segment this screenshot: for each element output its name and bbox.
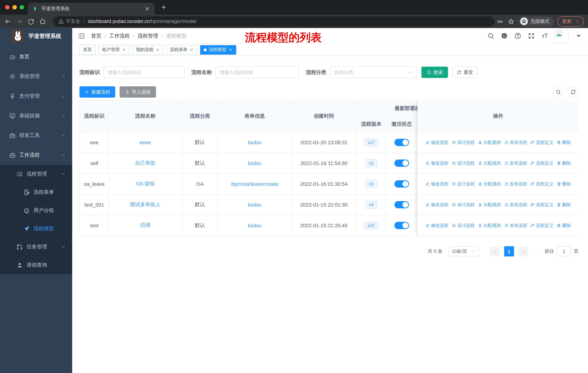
page-number-1[interactable]: 1	[504, 246, 514, 256]
action-assign-link[interactable]: 分配规则	[478, 160, 501, 166]
form-info-link[interactable]: biubiu	[248, 222, 262, 228]
sidebar-item-process-model[interactable]: 流程模型	[0, 220, 72, 238]
form-info-link[interactable]: /bpm/oa/leave/create	[231, 181, 279, 187]
action-publish-link[interactable]: 发布流程	[504, 139, 527, 146]
action-paperclip-link[interactable]: 流程定义	[530, 160, 553, 166]
browser-tab[interactable]: 芋道管理系统	[28, 2, 155, 15]
action-edit-link[interactable]: 修改流程	[425, 202, 448, 208]
action-assign-link[interactable]: 分配规则	[478, 181, 501, 187]
sidebar-item-payment[interactable]: 支付管理	[0, 86, 72, 106]
bookmark-star-icon[interactable]	[508, 18, 514, 25]
action-paperclip-link[interactable]: 流程定义	[530, 202, 553, 208]
view-tag[interactable]: 租户管理	[98, 45, 129, 54]
breadcrumb-item[interactable]: 工作流程	[109, 33, 130, 39]
sidebar-item-devtools[interactable]: 研发工具	[0, 126, 72, 145]
help-icon[interactable]	[514, 32, 521, 39]
import-process-button[interactable]: 导入流程	[120, 86, 156, 98]
tag-close-icon[interactable]	[156, 48, 160, 52]
avatar[interactable]	[555, 29, 569, 42]
security-label[interactable]: 不安全	[66, 18, 80, 25]
search-button[interactable]: 搜索	[421, 67, 448, 78]
logo-row[interactable]: 芋道管理系统	[0, 28, 72, 44]
minimize-window-button[interactable]	[12, 5, 17, 10]
process-name-link[interactable]: 测试多审批人	[130, 202, 161, 207]
forward-icon[interactable]	[16, 18, 23, 25]
sidebar-item-process-form[interactable]: 流程表单	[0, 183, 72, 202]
action-publish-link[interactable]: 发布流程	[504, 222, 527, 229]
tag-close-icon[interactable]	[122, 48, 126, 52]
action-design-link[interactable]: 设计流程	[452, 181, 475, 187]
next-page-button[interactable]	[518, 246, 528, 256]
action-paperclip-link[interactable]: 流程定义	[530, 222, 553, 229]
action-paperclip-link[interactable]: 流程定义	[530, 181, 553, 187]
category-select[interactable]: 流程分类	[330, 66, 417, 78]
close-window-button[interactable]	[5, 5, 10, 10]
collapse-menu-icon[interactable]	[78, 32, 85, 40]
action-edit-link[interactable]: 修改流程	[425, 181, 448, 187]
action-design-link[interactable]: 设计流程	[452, 139, 475, 146]
action-assign-link[interactable]: 分配规则	[478, 202, 501, 208]
active-toggle[interactable]	[394, 222, 409, 229]
zoom-window-button[interactable]	[20, 5, 24, 10]
prev-page-button[interactable]	[490, 246, 500, 256]
back-icon[interactable]	[4, 18, 11, 25]
update-button[interactable]: 更新	[557, 16, 584, 26]
process-name-link[interactable]: OA 请假	[136, 181, 155, 186]
action-design-link[interactable]: 设计流程	[452, 222, 475, 229]
goto-page-input[interactable]	[557, 246, 571, 256]
sidebar-item-task-mgmt[interactable]: 任务管理	[0, 238, 72, 256]
view-tag[interactable]: 我的流程	[132, 45, 163, 54]
form-info-link[interactable]: biubiu	[248, 202, 262, 208]
action-design-link[interactable]: 设计流程	[452, 160, 475, 166]
action-publish-link[interactable]: 发布流程	[504, 202, 527, 208]
font-size-icon[interactable]	[541, 32, 548, 39]
action-design-link[interactable]: 设计流程	[452, 202, 475, 208]
action-edit-link[interactable]: 修改流程	[425, 222, 448, 229]
sidebar-item-user-group[interactable]: 用户分组	[0, 202, 72, 220]
fullscreen-icon[interactable]	[528, 32, 535, 39]
sidebar-item-home[interactable]: 首页	[0, 47, 72, 67]
tag-close-icon[interactable]	[229, 48, 232, 52]
key-icon[interactable]	[497, 18, 504, 25]
action-trash-link[interactable]: 删除	[557, 222, 571, 229]
action-trash-link[interactable]: 删除	[557, 139, 571, 146]
form-info-link[interactable]: biubiu	[248, 140, 262, 145]
sidebar-item-system[interactable]: 系统管理	[0, 67, 72, 86]
sidebar-item-leave-query[interactable]: 请假查询	[0, 256, 72, 274]
address-bar[interactable]: 不安全 dashboard.yudao.iocoder.cn /bpm/mana…	[53, 16, 495, 26]
reset-button[interactable]: 重置	[452, 67, 477, 78]
create-process-button[interactable]: 新建流程	[79, 86, 115, 98]
process-name-input[interactable]	[220, 70, 294, 75]
menu-dots-icon[interactable]	[575, 19, 580, 24]
action-trash-link[interactable]: 删除	[557, 202, 571, 208]
form-info-link[interactable]: biubiu	[248, 160, 262, 166]
tag-close-icon[interactable]	[189, 48, 194, 52]
caret-down-icon[interactable]	[575, 32, 582, 39]
search-icon[interactable]	[487, 32, 494, 39]
process-key-input[interactable]	[108, 70, 180, 75]
active-toggle[interactable]	[394, 160, 409, 167]
action-publish-link[interactable]: 发布流程	[504, 160, 527, 166]
home-icon[interactable]	[39, 18, 46, 25]
action-trash-link[interactable]: 删除	[557, 181, 571, 187]
breadcrumb-item[interactable]: 首页	[91, 33, 101, 39]
sidebar-item-workflow[interactable]: 工作流程	[0, 145, 72, 165]
active-toggle[interactable]	[394, 201, 409, 208]
action-publish-link[interactable]: 发布流程	[504, 181, 527, 187]
reload-icon[interactable]	[28, 18, 34, 25]
sidebar-item-process-mgmt[interactable]: 流程管理	[0, 165, 72, 183]
view-tag[interactable]: 流程模型	[200, 45, 236, 54]
active-toggle[interactable]	[394, 139, 409, 146]
action-edit-link[interactable]: 修改流程	[425, 160, 448, 166]
action-edit-link[interactable]: 修改流程	[425, 139, 448, 146]
sidebar-item-infrastructure[interactable]: 基础设施	[0, 106, 72, 126]
action-trash-link[interactable]: 删除	[557, 160, 571, 166]
breadcrumb-item[interactable]: 流程管理	[138, 33, 158, 39]
action-assign-link[interactable]: 分配规则	[478, 222, 501, 229]
new-tab-button[interactable]	[160, 4, 167, 10]
process-name-link[interactable]: 滔博	[140, 222, 150, 228]
action-paperclip-link[interactable]: 流程定义	[530, 139, 553, 146]
active-toggle[interactable]	[394, 180, 409, 188]
action-assign-link[interactable]: 分配规则	[478, 139, 501, 146]
process-name-link[interactable]: eeee	[140, 140, 151, 145]
